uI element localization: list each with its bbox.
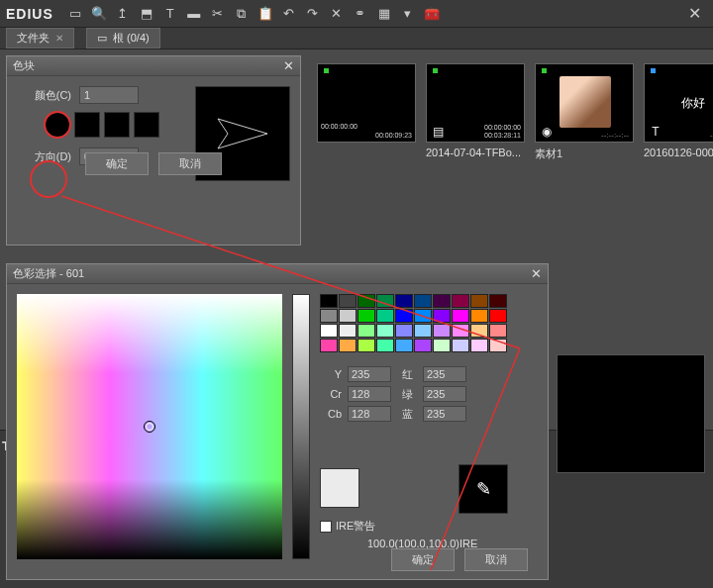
- palette-swatch[interactable]: [395, 339, 413, 352]
- g-label: 绿: [397, 387, 417, 402]
- palette-swatch[interactable]: [357, 339, 375, 352]
- cut-icon[interactable]: ✂: [208, 4, 228, 24]
- clip-thumb[interactable]: ▤ 00:00:00:0000:03:28:11 2014-07-04-TFBo…: [426, 63, 525, 161]
- camera-icon: ◉: [540, 125, 554, 139]
- up-icon[interactable]: ↥: [113, 4, 133, 24]
- copy-icon[interactable]: ⧉: [232, 4, 252, 24]
- palette-swatch[interactable]: [433, 324, 451, 338]
- palette-swatch[interactable]: [489, 339, 507, 352]
- palette-swatch[interactable]: [414, 309, 432, 323]
- import-icon[interactable]: ⬒: [137, 4, 156, 24]
- palette-swatch[interactable]: [433, 309, 451, 323]
- palette-swatch[interactable]: [489, 309, 507, 323]
- cancel-button[interactable]: 取消: [158, 152, 222, 175]
- palette-swatch[interactable]: [357, 309, 375, 323]
- search-icon[interactable]: 🔍: [89, 4, 109, 24]
- palette-swatch[interactable]: [452, 294, 469, 308]
- title-icon[interactable]: ▬: [184, 4, 204, 24]
- undo-icon[interactable]: ↶: [279, 4, 299, 24]
- palette-swatch[interactable]: [376, 339, 394, 352]
- palette-swatch[interactable]: [452, 309, 469, 323]
- palette-swatch[interactable]: [376, 294, 394, 308]
- palette-swatch[interactable]: [395, 309, 413, 323]
- value-strip[interactable]: [292, 294, 310, 559]
- paste-icon[interactable]: 📋: [255, 4, 275, 24]
- palette-swatch[interactable]: [320, 309, 338, 323]
- preview-panel: [557, 354, 705, 473]
- tools-icon[interactable]: 🧰: [422, 4, 442, 24]
- close-icon[interactable]: ✕: [283, 58, 294, 73]
- palette-swatch[interactable]: [414, 339, 432, 352]
- swatch[interactable]: [134, 112, 159, 138]
- ok-button[interactable]: 确定: [85, 152, 149, 175]
- palette-swatch[interactable]: [452, 339, 469, 352]
- cancel-button[interactable]: 取消: [464, 548, 528, 571]
- text-icon[interactable]: T: [160, 4, 180, 24]
- dialog-titlebar[interactable]: 色彩选择 - 601 ✕: [7, 264, 548, 284]
- palette-swatch[interactable]: [470, 309, 488, 323]
- swatch[interactable]: [45, 112, 70, 138]
- palette-swatch[interactable]: [414, 324, 432, 338]
- palette-swatch[interactable]: [357, 324, 375, 338]
- hue-saturation-area[interactable]: [17, 294, 282, 559]
- dialog-title: 色彩选择 - 601: [13, 266, 84, 281]
- palette-swatch[interactable]: [414, 294, 432, 308]
- status-dot: [542, 68, 547, 73]
- link-icon[interactable]: ⚭: [351, 4, 370, 24]
- y-input[interactable]: [348, 366, 391, 382]
- b-input[interactable]: [423, 406, 466, 422]
- palette-swatch[interactable]: [339, 294, 356, 308]
- palette-swatch[interactable]: [320, 339, 338, 352]
- props-icon[interactable]: ▾: [398, 4, 418, 24]
- palette-swatch[interactable]: [395, 324, 413, 338]
- ire-checkbox[interactable]: [320, 521, 332, 533]
- close-icon[interactable]: ✕: [531, 266, 542, 281]
- clip-thumb[interactable]: 你好 T --:--:--:-- 20160126-0000: [644, 63, 713, 161]
- folder-icon[interactable]: ▭: [65, 4, 85, 24]
- clip-thumb[interactable]: ◉ --:--:--:-- 素材1: [535, 63, 634, 161]
- tab-bin[interactable]: ▭ 根 (0/4): [86, 28, 160, 49]
- r-input[interactable]: [423, 366, 466, 382]
- cb-input[interactable]: [348, 406, 391, 422]
- palette-swatch[interactable]: [433, 339, 451, 352]
- thumbnail-row: 00:00:00:00 00:00:09:23 ▤ 00:00:00:0000:…: [317, 63, 703, 161]
- palette-swatch[interactable]: [470, 294, 488, 308]
- palette-swatch[interactable]: [376, 309, 394, 323]
- hue-cursor[interactable]: [144, 421, 155, 433]
- palette-swatch[interactable]: [433, 294, 451, 308]
- tab-bin-label: 根 (0/4): [113, 31, 150, 46]
- palette-swatch[interactable]: [357, 294, 375, 308]
- redo-icon[interactable]: ↷: [303, 4, 323, 24]
- swatch[interactable]: [104, 112, 130, 138]
- tab-folder[interactable]: 文件夹 ✕: [6, 28, 74, 49]
- tab-close-icon[interactable]: ✕: [55, 33, 63, 44]
- tab-folder-label: 文件夹: [17, 31, 50, 46]
- delete-icon[interactable]: ✕: [327, 4, 347, 24]
- g-input[interactable]: [423, 386, 466, 402]
- palette-swatch[interactable]: [339, 309, 356, 323]
- palette-swatch[interactable]: [376, 324, 394, 338]
- thumb-tc: 00:00:00:0000:03:28:11: [484, 124, 521, 140]
- palette-swatch[interactable]: [339, 324, 356, 338]
- palette-swatch[interactable]: [489, 294, 507, 308]
- palette-swatch[interactable]: [339, 339, 356, 352]
- swatch[interactable]: [74, 112, 100, 138]
- palette-swatch[interactable]: [489, 324, 507, 338]
- color-count-input[interactable]: [79, 86, 139, 104]
- thumb-dashes: --:--:--:--: [601, 131, 629, 140]
- ok-button[interactable]: 确定: [391, 548, 455, 571]
- dialog-titlebar[interactable]: 色块 ✕: [7, 56, 300, 76]
- view-icon[interactable]: ▦: [374, 4, 394, 24]
- b-label: 蓝: [397, 407, 417, 422]
- dialog-title: 色块: [13, 58, 35, 73]
- palette-swatch[interactable]: [395, 294, 413, 308]
- palette-swatch[interactable]: [320, 294, 338, 308]
- palette-swatch[interactable]: [470, 324, 488, 338]
- palette-swatch[interactable]: [320, 324, 338, 338]
- eyedropper-button[interactable]: ✎: [458, 464, 508, 514]
- close-icon[interactable]: ✕: [682, 4, 707, 23]
- cr-input[interactable]: [348, 386, 391, 402]
- palette-swatch[interactable]: [470, 339, 488, 352]
- clip-thumb[interactable]: 00:00:00:00 00:00:09:23: [317, 63, 416, 161]
- palette-swatch[interactable]: [452, 324, 469, 338]
